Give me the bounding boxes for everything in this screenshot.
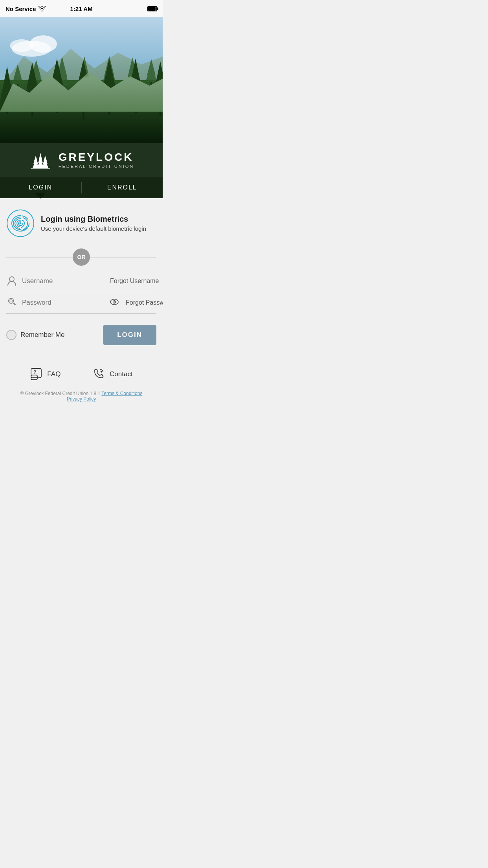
main-content: Login using Biometrics Use your device's… <box>0 198 163 417</box>
svg-text:?: ? <box>34 370 37 375</box>
svg-rect-8 <box>17 84 18 87</box>
carrier-text: No Service <box>6 6 36 12</box>
svg-rect-23 <box>132 84 133 88</box>
svg-rect-54 <box>160 110 161 116</box>
key-icon <box>6 298 17 308</box>
svg-marker-57 <box>34 156 37 161</box>
svg-rect-26 <box>150 82 152 85</box>
password-row: Forgot Password <box>6 292 156 314</box>
contact-icon <box>92 367 106 381</box>
tab-bar: LOGIN ENROLL <box>0 177 163 198</box>
svg-marker-60 <box>39 153 42 160</box>
or-line-left <box>6 257 73 257</box>
status-carrier: No Service <box>6 6 46 12</box>
username-input[interactable] <box>22 277 105 285</box>
faq-icon: ? <box>30 367 44 381</box>
svg-point-3 <box>10 39 33 52</box>
username-row: Forgot Username <box>6 270 156 292</box>
svg-rect-46 <box>108 108 110 115</box>
svg-point-67 <box>9 277 14 281</box>
svg-rect-30 <box>6 108 8 114</box>
svg-point-66 <box>20 223 22 224</box>
svg-point-72 <box>114 301 115 302</box>
faq-button[interactable]: ? FAQ <box>30 367 61 381</box>
privacy-link[interactable]: Privacy Policy <box>67 396 96 402</box>
faq-label: FAQ <box>47 370 61 378</box>
logo-text: GREYLOCK FEDERAL CREDIT UNION <box>59 152 134 169</box>
status-bar: No Service 1:21 AM <box>0 0 163 17</box>
svg-rect-17 <box>84 82 85 85</box>
copyright-text: © Greylock Federal Credit Union 1.8.1 <box>20 391 101 396</box>
hero-image <box>0 17 163 143</box>
show-password-icon[interactable] <box>110 299 119 307</box>
remember-me-label: Remember Me <box>20 331 64 339</box>
biometrics-title: Login using Biometrics <box>41 215 146 224</box>
user-icon <box>6 276 17 286</box>
biometrics-text: Login using Biometrics Use your device's… <box>41 215 146 232</box>
terms-link[interactable]: Terms & Conditions <box>101 391 142 396</box>
svg-rect-38 <box>56 107 58 113</box>
form-section: Forgot Username For <box>6 270 156 314</box>
svg-rect-42 <box>83 112 84 119</box>
forgot-username-link[interactable]: Forgot Username <box>110 278 159 285</box>
password-input[interactable] <box>22 299 105 307</box>
forgot-password-link[interactable]: Forgot Password <box>126 299 163 306</box>
action-row: Remember Me LOGIN <box>6 325 156 345</box>
logo-sub-text: FEDERAL CREDIT UNION <box>59 164 134 169</box>
status-time: 1:21 AM <box>70 6 93 12</box>
logo-band: GREYLOCK FEDERAL CREDIT UNION <box>0 143 163 177</box>
or-circle: OR <box>73 248 90 266</box>
tab-enroll[interactable]: ENROLL <box>82 177 163 198</box>
svg-rect-34 <box>31 110 33 116</box>
svg-point-69 <box>10 300 13 302</box>
fingerprint-icon <box>6 209 35 237</box>
tab-login[interactable]: LOGIN <box>0 177 81 198</box>
remember-me[interactable]: Remember Me <box>6 330 64 340</box>
or-line-right <box>90 257 156 257</box>
contact-button[interactable]: Contact <box>92 367 133 381</box>
or-divider: OR <box>6 248 156 266</box>
contact-label: Contact <box>110 370 133 378</box>
battery-fill <box>148 7 156 11</box>
svg-marker-63 <box>44 156 47 161</box>
footer-text: © Greylock Federal Credit Union 1.8.1 Te… <box>6 388 156 410</box>
remember-me-radio[interactable] <box>6 330 17 340</box>
hero-svg <box>0 17 163 143</box>
biometrics-description: Use your device's default biometric logi… <box>41 225 146 232</box>
wifi-icon <box>39 6 46 11</box>
biometrics-section[interactable]: Login using Biometrics Use your device's… <box>6 206 156 244</box>
svg-rect-50 <box>135 107 137 113</box>
logo-trees-icon <box>29 150 52 170</box>
login-button[interactable]: LOGIN <box>103 325 156 345</box>
svg-point-2 <box>29 35 57 53</box>
bottom-bar: ? FAQ Contact <box>6 361 156 388</box>
logo-main-text: GREYLOCK <box>59 152 134 163</box>
status-battery <box>147 6 157 11</box>
battery-icon <box>147 6 157 11</box>
